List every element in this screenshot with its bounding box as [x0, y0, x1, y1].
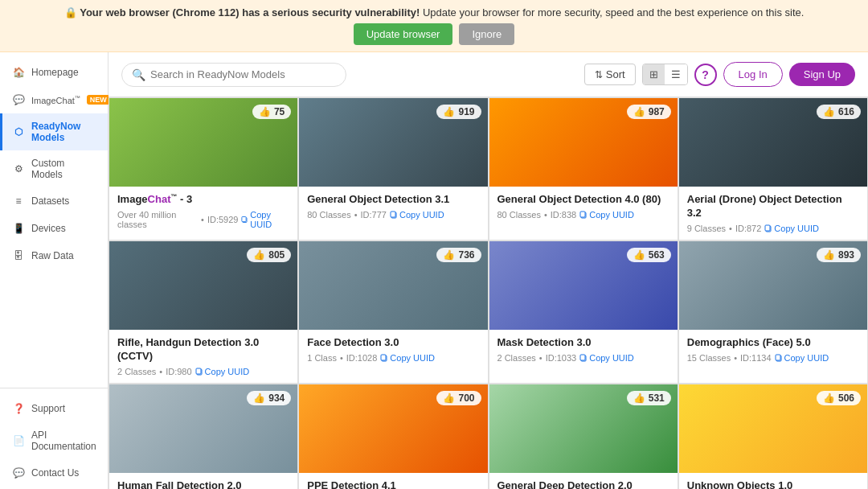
- card-title-text: General Object Detection 3.1: [307, 193, 449, 205]
- card-like-count-10: 700: [458, 392, 474, 404]
- sidebar-label-rawdata: Raw Data: [31, 250, 74, 261]
- card-id-4: ID:872: [735, 224, 761, 233]
- card-title-9: Human Fall Detection 2.0: [117, 479, 289, 489]
- card-title-3: General Object Detection 4.0 (80): [497, 193, 669, 207]
- sidebar-label-support: Support: [31, 403, 65, 414]
- card-like-8: 👍 893: [817, 248, 861, 262]
- svg-rect-5: [580, 212, 585, 217]
- model-card-7[interactable]: 👍 563 Mask Detection 3.0 2 Classes • ID:…: [489, 240, 678, 384]
- card-title-12: Unknown Objects 1.0: [687, 479, 859, 489]
- model-card-1[interactable]: 👍 75 ImageChat™ - 3 Over 40 million clas…: [108, 97, 298, 240]
- home-icon: 🏠: [12, 66, 25, 79]
- card-image-8: 👍 893: [679, 241, 867, 330]
- copy-uuid-3[interactable]: Copy UUID: [579, 210, 634, 220]
- sidebar-item-custom[interactable]: ⚙ Custom Models: [0, 150, 108, 187]
- copy-uuid-6[interactable]: Copy UUID: [380, 353, 435, 363]
- card-title-text: Mask Detection 3.0: [497, 336, 592, 348]
- card-image-2: 👍 919: [299, 98, 487, 187]
- login-button[interactable]: Log In: [723, 62, 783, 87]
- card-image-11: 👍 531: [489, 384, 678, 473]
- svg-rect-7: [765, 225, 770, 231]
- card-title-1: ImageChat™ - 3: [117, 193, 289, 207]
- copy-uuid-5[interactable]: Copy UUID: [195, 367, 250, 376]
- card-like-11: 👍 531: [627, 391, 671, 405]
- model-card-10[interactable]: 👍 700 PPE Detection 4.1 6 Classes • ID:1…: [298, 384, 488, 489]
- card-id-8: ID:1134: [740, 353, 772, 363]
- sort-icon: ⇅: [595, 69, 603, 80]
- sidebar-item-readynow[interactable]: ⬡ ReadyNow Models: [0, 113, 108, 150]
- search-box[interactable]: 🔍: [121, 63, 346, 87]
- card-body-7: Mask Detection 3.0 2 Classes • ID:1033 C…: [489, 330, 678, 369]
- copy-icon-7: [579, 354, 588, 362]
- list-view-button[interactable]: ☰: [665, 64, 687, 84]
- card-title-text: Demographics (Face) 5.0: [687, 336, 811, 348]
- card-like-count-5: 805: [268, 249, 285, 261]
- card-body-5: Rifle, Handgun Detection 3.0 (CCTV) 2 Cl…: [109, 330, 297, 383]
- copy-uuid-4[interactable]: Copy UUID: [764, 224, 819, 233]
- copy-uuid-7[interactable]: Copy UUID: [579, 353, 634, 363]
- readynow-icon: ⬡: [12, 125, 25, 138]
- card-id-1: ID:5929: [207, 215, 239, 224]
- sidebar-item-rawdata[interactable]: 🗄 Raw Data: [0, 242, 108, 269]
- card-dot-1: •: [201, 215, 204, 224]
- copy-uuid-2[interactable]: Copy UUID: [390, 210, 444, 220]
- card-meta-1: Over 40 million classes • ID:5929 Copy U…: [117, 210, 289, 229]
- card-title-text: Unknown Objects 1.0: [687, 479, 792, 489]
- like-icon-5: 👍: [253, 249, 265, 261]
- sidebar: 🏠 Homepage 💬 ImageChat™ NEW ⬡ ReadyNow M…: [0, 52, 108, 489]
- model-card-4[interactable]: 👍 616 Aerial (Drone) Object Detection 3.…: [678, 97, 868, 240]
- sort-button[interactable]: ⇅ Sort: [584, 64, 636, 85]
- model-card-2[interactable]: 👍 919 General Object Detection 3.1 80 Cl…: [298, 97, 488, 240]
- card-like-count-8: 893: [838, 249, 854, 261]
- update-browser-button[interactable]: Update browser: [354, 23, 453, 45]
- sidebar-item-api[interactable]: 📄 API Documentation: [0, 422, 108, 459]
- search-input[interactable]: [150, 68, 336, 80]
- model-card-12[interactable]: 👍 506 Unknown Objects 1.0 1 Class • ID:1…: [678, 384, 868, 489]
- card-body-10: PPE Detection 4.1 6 Classes • ID:1050 Co…: [299, 473, 487, 489]
- card-image-10: 👍 700: [299, 384, 487, 473]
- security-banner: 🔒 Your web browser (Chrome 112) has a se…: [0, 0, 868, 52]
- main-content: 🔍 ⇅ Sort ⊞ ☰ ? Log In Sign Up: [108, 52, 868, 489]
- sidebar-label-readynow: ReadyNow Models: [31, 121, 98, 143]
- svg-rect-13: [580, 355, 585, 360]
- sidebar-item-contact[interactable]: 💬 Contact Us: [0, 459, 108, 487]
- copy-uuid-8[interactable]: Copy UUID: [775, 353, 829, 363]
- ignore-button[interactable]: Ignore: [459, 23, 514, 45]
- card-title-text: Face Detection 3.0: [307, 336, 399, 348]
- model-card-8[interactable]: 👍 893 Demographics (Face) 5.0 15 Classes…: [678, 240, 868, 384]
- like-icon-1: 👍: [259, 106, 271, 117]
- sidebar-label-contact: Contact Us: [31, 467, 79, 479]
- like-icon-7: 👍: [633, 249, 645, 261]
- model-card-11[interactable]: 👍 531 General Deep Detection 2.0 80 Clas…: [489, 384, 678, 489]
- card-body-1: ImageChat™ - 3 Over 40 million classes •…: [109, 187, 297, 236]
- help-button[interactable]: ?: [694, 64, 717, 86]
- card-like-5: 👍 805: [247, 248, 291, 262]
- card-image-6: 👍 736: [299, 241, 487, 330]
- view-toggle: ⊞ ☰: [642, 64, 688, 85]
- model-card-5[interactable]: 👍 805 Rifle, Handgun Detection 3.0 (CCTV…: [108, 240, 298, 384]
- model-card-9[interactable]: 👍 934 Human Fall Detection 2.0 2 Classes…: [108, 384, 298, 489]
- sidebar-label-homepage: Homepage: [31, 67, 79, 78]
- like-icon-6: 👍: [443, 249, 455, 261]
- copy-icon-2: [390, 211, 398, 219]
- card-like-count-6: 736: [458, 249, 474, 261]
- grid-view-button[interactable]: ⊞: [643, 64, 665, 84]
- card-dot-7: •: [539, 353, 542, 363]
- model-card-3[interactable]: 👍 987 General Object Detection 4.0 (80) …: [489, 97, 678, 240]
- card-classes-3: 80 Classes: [497, 210, 541, 220]
- model-card-6[interactable]: 👍 736 Face Detection 3.0 1 Class • ID:10…: [298, 240, 488, 384]
- sidebar-item-support[interactable]: ❓ Support: [0, 395, 108, 422]
- sidebar-item-devices[interactable]: 📱 Devices: [0, 215, 108, 242]
- svg-rect-3: [391, 212, 395, 217]
- signup-button[interactable]: Sign Up: [789, 63, 855, 86]
- card-like-count-9: 934: [268, 392, 285, 404]
- card-title-7: Mask Detection 3.0: [497, 336, 669, 350]
- like-icon-10: 👍: [443, 392, 455, 404]
- sidebar-item-datasets[interactable]: ≡ Datasets: [0, 187, 108, 215]
- card-image-3: 👍 987: [489, 98, 678, 187]
- sidebar-item-imagechat[interactable]: 💬 ImageChat™ NEW: [0, 86, 108, 113]
- copy-uuid-1[interactable]: Copy UUID: [241, 210, 289, 229]
- banner-emoji: 🔒: [64, 6, 77, 18]
- sidebar-item-homepage[interactable]: 🏠 Homepage: [0, 59, 108, 86]
- sidebar-label-imagechat: ImageChat™: [31, 95, 80, 105]
